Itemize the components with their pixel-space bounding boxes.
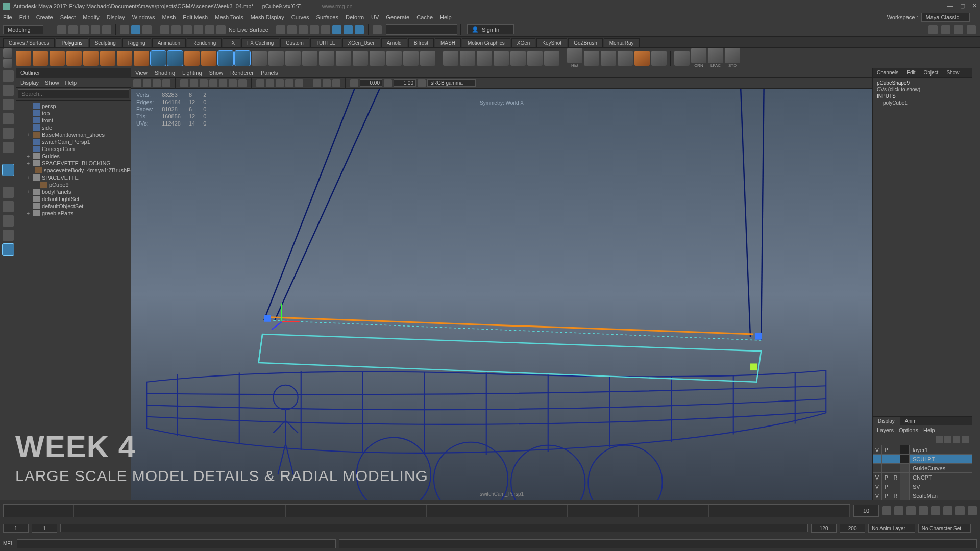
rotate-tool-icon[interactable] (3, 128, 14, 139)
menu-file[interactable]: File (3, 14, 12, 20)
last-tool-icon[interactable] (3, 164, 14, 176)
outliner-node[interactable]: front (16, 117, 131, 124)
layer-color-swatch[interactable] (900, 473, 910, 482)
menu-curves[interactable]: Curves (291, 14, 309, 20)
vp-isolate-icon[interactable] (313, 79, 321, 87)
vp-resolution-gate-icon[interactable] (200, 79, 208, 87)
shelf-menu-icon[interactable] (3, 59, 12, 68)
menu-deform[interactable]: Deform (346, 14, 364, 20)
layer-ref-toggle[interactable] (891, 445, 900, 454)
layer-playback-toggle[interactable]: P (882, 491, 891, 500)
outliner-node[interactable]: pCube9 (16, 181, 131, 188)
vp-safe-action-icon[interactable] (229, 79, 237, 87)
snap-point-icon[interactable] (183, 25, 192, 34)
time-track[interactable] (3, 504, 850, 517)
save-scene-icon[interactable] (80, 25, 89, 34)
shelf-tab[interactable]: Rendering (187, 38, 222, 47)
vp-lights-icon[interactable] (285, 79, 293, 87)
layer-ref-toggle[interactable]: R (891, 473, 900, 482)
vp-textured-icon[interactable] (276, 79, 284, 87)
combine-icon[interactable] (252, 51, 267, 66)
layer-vis-toggle[interactable] (873, 464, 882, 472)
hypershade-icon[interactable] (332, 25, 341, 34)
poly-sphere-icon[interactable] (16, 51, 31, 66)
shelf-tab[interactable]: KeyShot (536, 38, 567, 47)
toggle-channelbox-icon[interactable] (928, 25, 938, 34)
layer-new-selected-icon[interactable] (962, 436, 969, 443)
vp-menu-panels[interactable]: Panels (261, 70, 278, 76)
input-node[interactable]: polyCube1 (877, 99, 968, 106)
outliner-tree[interactable]: persptopfrontside+BaseMan:lowman_shoessw… (16, 101, 131, 500)
vp-menu-renderer[interactable]: Renderer (230, 70, 254, 76)
shelf-tab[interactable]: Arnold (381, 38, 407, 47)
outliner-node[interactable]: +BaseMan:lowman_shoes (16, 131, 131, 138)
shelf-tab[interactable]: TURTLE (310, 38, 341, 47)
layer-ref-toggle[interactable] (891, 455, 900, 463)
connect-icon[interactable] (494, 51, 509, 66)
vp-lock-camera-icon[interactable] (143, 79, 151, 87)
merge-icon[interactable] (420, 51, 435, 66)
sculpt-icon[interactable] (601, 51, 616, 66)
layer-playback-toggle[interactable] (882, 464, 891, 472)
shape-name[interactable]: pCubeShape9 (877, 80, 968, 86)
vp-far-field[interactable]: 1.00 (394, 79, 416, 87)
layer-row[interactable]: VPlayer1 (873, 445, 972, 454)
snap-grid-icon[interactable] (160, 25, 169, 34)
shelf-tab[interactable]: Bifrost (408, 38, 434, 47)
poly-cube-icon[interactable] (33, 51, 48, 66)
snap-plane-icon[interactable] (194, 25, 203, 34)
vp-select-camera-icon[interactable] (133, 79, 141, 87)
vp-grid-icon[interactable] (180, 79, 188, 87)
cb-tab-show[interactable]: Show (942, 68, 963, 77)
outliner-node[interactable]: +bodyPanels (16, 188, 131, 195)
outliner-node[interactable]: spacevetteBody_4maya1:ZBrushPolyMesh3 (16, 167, 131, 174)
poly-pyramid-icon[interactable] (117, 51, 132, 66)
layout-persp-outliner-icon[interactable] (3, 244, 14, 255)
menu-modify[interactable]: Modify (83, 14, 99, 20)
vp-film-gate-icon[interactable] (190, 79, 198, 87)
outliner-node[interactable]: top (16, 110, 131, 117)
open-scene-icon[interactable] (68, 25, 78, 34)
layer-vis-toggle[interactable] (873, 455, 882, 463)
playback-play-icon[interactable] (931, 506, 940, 515)
shelf-tab[interactable]: Rigging (122, 38, 151, 47)
layer-row[interactable]: SCULPT (873, 454, 972, 463)
outliner-menu-help[interactable]: Help (65, 80, 77, 86)
menu-windows[interactable]: Windows (132, 14, 155, 20)
vp-gate-mask-icon[interactable] (209, 79, 217, 87)
outliner-search[interactable] (18, 89, 129, 98)
layout-single-icon[interactable] (3, 187, 14, 198)
outliner-node[interactable]: +greebleParts (16, 210, 131, 217)
layer-vis-toggle[interactable]: V (873, 482, 882, 491)
outliner-menu-display[interactable]: Display (20, 80, 39, 86)
poly-helix-icon[interactable] (184, 51, 200, 66)
soften-icon[interactable] (618, 51, 633, 66)
bevel-icon[interactable] (353, 51, 368, 66)
cmd-input[interactable] (17, 539, 336, 548)
vp-gamma-dropdown[interactable]: sRGB gamma (427, 79, 476, 87)
shelf-tab[interactable]: FX (223, 38, 240, 47)
signin-button[interactable]: 👤 Sign In (467, 24, 514, 34)
layer-color-swatch[interactable] (900, 464, 910, 472)
vp-shaded-icon[interactable] (266, 79, 274, 87)
shelf-tab[interactable]: GoZBrush (568, 38, 603, 47)
shelf-tab[interactable]: FX Caching (241, 38, 279, 47)
hist-icon[interactable] (567, 48, 582, 63)
layer-vis-toggle[interactable]: V (873, 491, 882, 500)
layer-menu-options[interactable]: Options (899, 427, 918, 433)
snap-live-icon[interactable] (205, 25, 214, 34)
layer-move-down-icon[interactable] (944, 436, 951, 443)
range-end-field[interactable]: 200 (840, 524, 865, 533)
cb-tab-object[interactable]: Object (920, 68, 943, 77)
menu-mesh-tools[interactable]: Mesh Tools (215, 14, 243, 20)
minimize-button[interactable]: — (947, 3, 953, 9)
history-icon[interactable] (276, 25, 285, 34)
scale-tool-icon[interactable] (3, 142, 14, 153)
playback-start-icon[interactable] (882, 506, 891, 515)
workspace-dropdown[interactable]: Maya Classic (921, 13, 970, 22)
poly-gear-icon[interactable] (201, 51, 216, 66)
expand-icon[interactable]: + (26, 153, 31, 159)
mirror-icon[interactable] (584, 51, 599, 66)
layer-playback-toggle[interactable] (882, 455, 891, 463)
separate-icon[interactable] (268, 51, 284, 66)
